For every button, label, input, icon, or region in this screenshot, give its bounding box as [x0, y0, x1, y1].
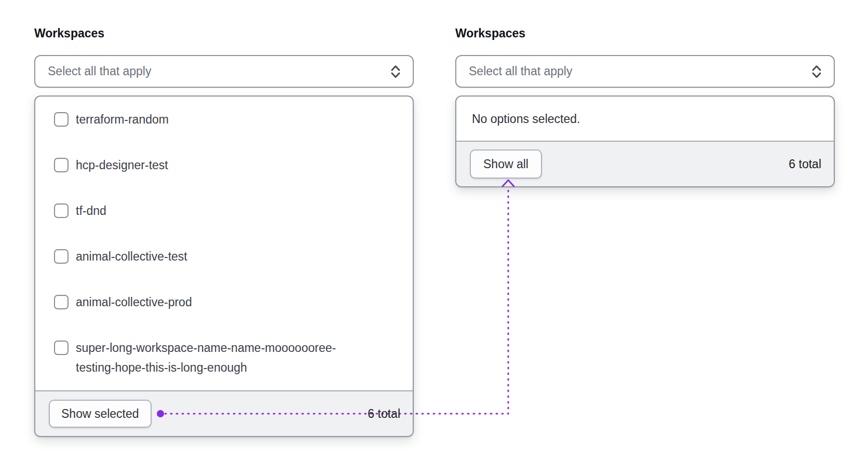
checkbox[interactable] [54, 112, 69, 127]
dropdown-footer: Show all 6 total [456, 141, 834, 186]
option-label: tf-dnd [76, 201, 106, 221]
option-tf-dnd[interactable]: tf-dnd [35, 188, 413, 234]
checkbox[interactable] [54, 341, 69, 355]
field-label: Workspaces [455, 26, 835, 40]
option-label: super-long-workspace-name-name-moooooore… [76, 338, 346, 377]
select-placeholder: Select all that apply [469, 64, 810, 78]
option-terraform-random[interactable]: terraform-random [35, 97, 413, 142]
checkbox[interactable] [54, 249, 69, 264]
options-dropdown: terraform-random hcp-designer-test tf-dn… [34, 96, 414, 437]
checkbox[interactable] [54, 295, 69, 309]
select-placeholder: Select all that apply [48, 64, 389, 78]
show-selected-button[interactable]: Show selected [49, 400, 152, 428]
checkbox[interactable] [54, 203, 69, 218]
workspaces-multiselect-right: Workspaces Select all that apply No opti… [455, 26, 835, 187]
option-animal-collective-prod[interactable]: animal-collective-prod [35, 279, 413, 325]
show-all-button[interactable]: Show all [470, 149, 542, 179]
total-count: 6 total [368, 407, 400, 421]
option-label: animal-collective-prod [76, 292, 192, 312]
option-label: hcp-designer-test [76, 155, 168, 175]
selected-dropdown: No options selected. Show all 6 total [455, 96, 835, 187]
option-super-long-workspace[interactable]: super-long-workspace-name-name-moooooore… [35, 325, 413, 390]
dropdown-footer: Show selected 6 total [35, 390, 413, 436]
empty-state: No options selected. [456, 97, 834, 141]
option-list: terraform-random hcp-designer-test tf-dn… [35, 97, 413, 390]
field-label: Workspaces [34, 26, 414, 40]
option-label: terraform-random [76, 110, 169, 129]
chevrons-up-down-icon [389, 63, 402, 80]
select-trigger[interactable]: Select all that apply [455, 55, 835, 88]
chevrons-up-down-icon [810, 63, 823, 80]
option-hcp-designer-test[interactable]: hcp-designer-test [35, 142, 413, 188]
empty-message: No options selected. [472, 109, 580, 129]
total-count: 6 total [789, 157, 821, 171]
checkbox[interactable] [54, 158, 69, 172]
option-label: animal-collective-test [76, 247, 187, 266]
select-trigger[interactable]: Select all that apply [34, 55, 414, 88]
option-animal-collective-test[interactable]: animal-collective-test [35, 234, 413, 279]
workspaces-multiselect-left: Workspaces Select all that apply terrafo… [34, 26, 414, 437]
